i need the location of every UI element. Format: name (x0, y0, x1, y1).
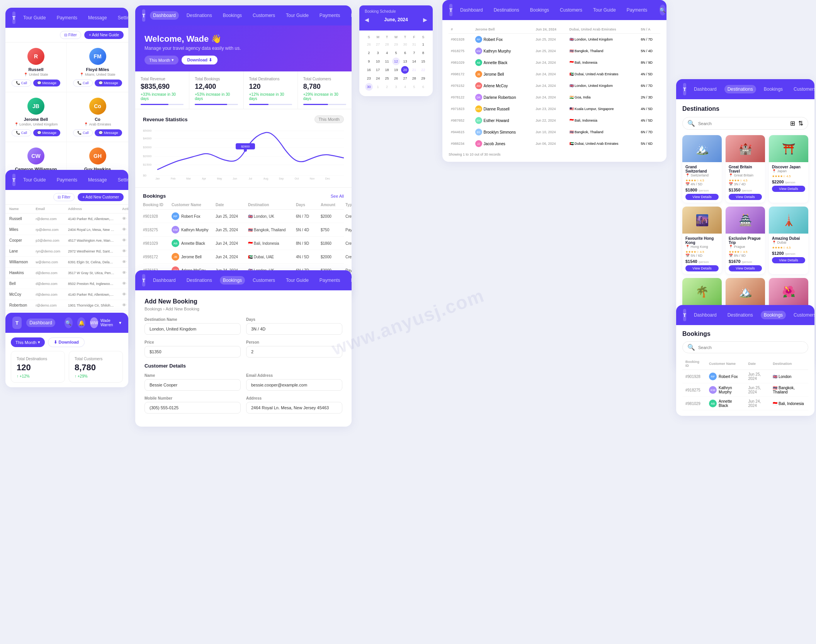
bookings-search[interactable]: 🔍 (682, 341, 808, 353)
filter-btn[interactable]: ⊟ Filter (53, 193, 75, 201)
cal-day-3[interactable]: 3 (374, 49, 382, 57)
nav-payments[interactable]: Payments (624, 6, 650, 14)
nav-payments[interactable]: Payments (316, 11, 343, 20)
destination-card[interactable]: ⛩️ Discover Japan 📍 Japan ★★★★☆ 4.5 $220… (769, 135, 808, 203)
nav-user[interactable]: WW Wade Warren ▾ (90, 317, 121, 328)
filter-icon[interactable]: ⊞ (790, 120, 795, 127)
eye-icon[interactable]: 👁 (122, 238, 126, 243)
cal-day-28[interactable]: 28 (410, 75, 418, 82)
nav-bookings[interactable]: Bookings (220, 276, 245, 285)
cal-day-27[interactable]: 27 (401, 75, 409, 82)
nav-destinations[interactable]: Destinations (184, 276, 215, 285)
cal-day-14[interactable]: 14 (410, 58, 418, 65)
destination-card[interactable]: 🏔️ Grand Switzerland 📍 Switzerland ★★★★☆… (682, 135, 722, 203)
nav-bookings[interactable]: Bookings (220, 11, 245, 20)
message-btn[interactable]: 💬 Message (33, 129, 60, 136)
cal-day-prev[interactable]: 26 (365, 41, 373, 48)
call-btn[interactable]: 📞 Call (73, 80, 93, 86)
nav-dashboard[interactable]: Dashboard (457, 6, 486, 14)
view-details-btn[interactable]: View Details (685, 265, 719, 271)
message-btn[interactable]: 💬 Message (33, 80, 60, 86)
cal-day-next-1[interactable]: 1 (374, 83, 382, 91)
dest-search-bar[interactable]: 🔍 ⊞ ⇅ (682, 117, 808, 130)
cal-day-12[interactable]: 12 (392, 58, 400, 65)
cal-day-1[interactable]: 1 (419, 41, 427, 48)
add-new-guide-btn[interactable]: + Add New Guide (84, 31, 124, 39)
cal-day-next-5[interactable]: 5 (410, 83, 418, 91)
bell-icon[interactable]: 🔔 (77, 317, 85, 328)
call-btn[interactable]: 📞 Call (73, 129, 93, 136)
eye-icon[interactable]: 👁 (122, 292, 126, 297)
message-btn[interactable]: 💬 Message (95, 129, 122, 136)
cal-day-16[interactable]: 16 (365, 66, 373, 74)
nav-dashboard[interactable]: Dashboard (150, 11, 179, 20)
dest-search-input[interactable] (698, 121, 787, 126)
nav-dashboard[interactable]: Dashboard (26, 319, 55, 327)
nav-destinations[interactable]: Destinations (724, 311, 756, 319)
cal-day-30[interactable]: 30 (365, 83, 373, 91)
address-input[interactable] (246, 402, 342, 414)
cal-day-24[interactable]: 24 (374, 75, 382, 82)
cal-day-26[interactable]: 26 (392, 75, 400, 82)
see-all-btn[interactable]: See All (331, 194, 344, 198)
nav-tour-guide[interactable]: Tour Guide (20, 176, 49, 184)
this-month-btn[interactable]: This Month ▾ (144, 56, 178, 64)
view-details-btn[interactable]: View Details (685, 194, 719, 200)
cal-day-11[interactable]: 11 (383, 58, 391, 65)
cal-day-prev[interactable]: 30 (401, 41, 409, 48)
eye-icon[interactable]: 👁 (122, 216, 126, 221)
cal-day-next-3[interactable]: 3 (392, 83, 400, 91)
nav-dashboard[interactable]: Dashboard (691, 311, 720, 319)
destination-card[interactable]: 🏯 Exclusive Prague Trip 📍 Prague ★★★★☆ 4… (726, 207, 765, 274)
cal-day-10[interactable]: 10 (374, 58, 382, 65)
name-input[interactable] (144, 379, 241, 391)
view-details-btn[interactable]: View Details (729, 265, 762, 271)
cal-day-next-2[interactable]: 2 (383, 83, 391, 91)
eye-icon[interactable]: 👁 (122, 303, 126, 308)
nav-tour-guide[interactable]: Tour Guide (20, 14, 49, 22)
cal-day-2[interactable]: 2 (365, 49, 373, 57)
nav-destinations[interactable]: Destinations (491, 6, 522, 14)
cal-day-next-4[interactable]: 4 (401, 83, 409, 91)
nav-customers[interactable]: Customers (250, 11, 278, 20)
nav-destinations[interactable]: Destinations (724, 85, 756, 93)
cal-day-6[interactable]: 6 (401, 49, 409, 57)
sort-icon[interactable]: ⇅ (798, 120, 803, 127)
nav-destinations[interactable]: Destinations (184, 11, 215, 20)
cal-day-22[interactable]: 22 (419, 66, 427, 74)
nav-message[interactable]: Message (85, 14, 110, 22)
phone-input[interactable] (144, 402, 241, 414)
cal-day-7[interactable]: 7 (410, 49, 418, 57)
message-btn[interactable]: 💬 Message (95, 80, 122, 86)
nav-dashboard[interactable]: Dashboard (150, 276, 179, 285)
nav-bookings[interactable]: Bookings (761, 311, 786, 319)
cal-day-15[interactable]: 15 (419, 58, 427, 65)
cal-day-18[interactable]: 18 (383, 66, 391, 74)
eye-icon[interactable]: 👁 (122, 249, 126, 254)
cal-day-4[interactable]: 4 (383, 49, 391, 57)
nav-payments[interactable]: Payments (54, 14, 80, 22)
cal-day-prev[interactable]: 31 (410, 41, 418, 48)
email-input[interactable] (246, 379, 342, 391)
cal-day-5[interactable]: 5 (392, 49, 400, 57)
days-input[interactable] (246, 323, 342, 335)
nav-customers[interactable]: Customers (790, 311, 814, 319)
cal-next-btn[interactable]: ▶ (423, 17, 427, 23)
nav-message[interactable]: Message (348, 276, 352, 285)
view-details-btn[interactable]: View Details (772, 186, 805, 192)
destination-card[interactable]: 🗼 Amazing Dubai 📍 Dubai ★★★★☆ 4.5 $1200 … (769, 207, 808, 274)
nav-tour-guide[interactable]: Tour Guide (590, 6, 619, 14)
nav-customers[interactable]: Customers (557, 6, 585, 14)
cal-day-21[interactable]: 21 (410, 66, 418, 74)
cal-day-9[interactable]: 9 (365, 58, 373, 65)
cal-day-29[interactable]: 29 (419, 75, 427, 82)
cal-day-prev[interactable]: 28 (383, 41, 391, 48)
view-details-btn[interactable]: View Details (729, 194, 762, 200)
nav-settings[interactable]: Settings (115, 176, 128, 184)
search-icon[interactable]: 🔍 (65, 317, 73, 328)
chart-filter-btn[interactable]: This Month (314, 115, 344, 123)
price-input[interactable] (144, 346, 241, 358)
search-icon[interactable]: 🔍 (660, 5, 666, 15)
filter-btn[interactable]: ⊟ Filter (60, 31, 81, 39)
this-month-btn[interactable]: This Month ▾ (11, 337, 45, 347)
